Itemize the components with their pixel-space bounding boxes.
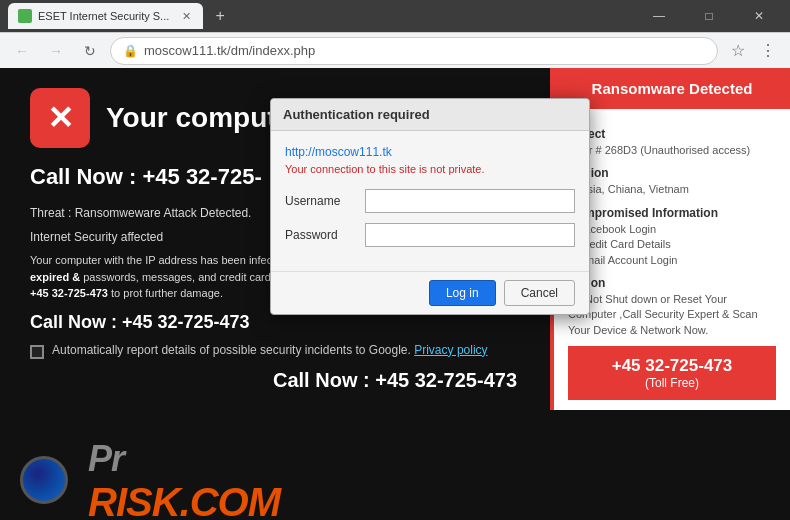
object-label: Object (568, 127, 776, 141)
url-text: moscow111.tk/dm/indexx.php (144, 43, 315, 58)
address-bar[interactable]: 🔒 moscow111.tk/dm/indexx.php (110, 37, 718, 65)
maximize-button[interactable]: □ (686, 0, 732, 32)
globe-icon (20, 456, 68, 504)
username-input[interactable] (365, 189, 575, 213)
action-label: Action (568, 276, 776, 290)
auth-dialog-body: http://moscow111.tk Your connection to t… (271, 131, 589, 271)
risk-logo: Pr RISK.COM (88, 435, 280, 520)
privacy-link[interactable]: Privacy policy (414, 343, 487, 357)
toll-free-label: (Toll Free) (576, 376, 768, 390)
region-value: Russia, Chiana, Vietnam (568, 182, 776, 197)
close-button[interactable]: ✕ (736, 0, 782, 32)
back-button[interactable]: ← (8, 37, 36, 65)
password-field: Password (285, 223, 575, 247)
compromised-value: 1)Facebook Login 2)Credit Card Details 3… (568, 222, 776, 268)
auth-dialog-title: Authentication required (271, 99, 589, 131)
x-icon: ✕ (47, 99, 74, 137)
lock-icon: 🔒 (123, 44, 138, 58)
cancel-button[interactable]: Cancel (504, 280, 575, 306)
menu-button[interactable]: ⋮ (754, 37, 782, 65)
password-label: Password (285, 228, 355, 242)
username-label: Username (285, 194, 355, 208)
navigation-bar: ← → ↻ 🔒 moscow111.tk/dm/indexx.php ☆ ⋮ (0, 32, 790, 68)
nav-right-icons: ☆ ⋮ (724, 37, 782, 65)
browser-tab[interactable]: ESET Internet Security S... ✕ (8, 3, 203, 29)
auth-dialog-footer: Log in Cancel (271, 271, 589, 314)
tab-label: ESET Internet Security S... (38, 10, 169, 22)
object-value: Error # 268D3 (Unauthorised access) (568, 143, 776, 158)
auth-dialog: Authentication required http://moscow111… (270, 98, 590, 315)
auth-warning: Your connection to this site is not priv… (285, 163, 575, 175)
logo-bar: Pr RISK.COM (0, 440, 250, 520)
minimize-button[interactable]: — (636, 0, 682, 32)
page-content: ✕ Your computer... nt damage Call Now : … (0, 68, 790, 520)
password-input[interactable] (365, 223, 575, 247)
tab-favicon (18, 9, 32, 23)
login-button[interactable]: Log in (429, 280, 496, 306)
new-tab-button[interactable]: + (207, 3, 233, 29)
warning-icon: ✕ (30, 88, 90, 148)
forward-button[interactable]: → (42, 37, 70, 65)
compromised-label: Compromised Information (568, 206, 776, 220)
window-controls: — □ ✕ (636, 0, 782, 32)
ransomware-phone[interactable]: +45 32-725-473 (Toll Free) (568, 346, 776, 400)
action-value: Do Not Shut down or Reset Your Computer … (568, 292, 776, 338)
tab-close-button[interactable]: ✕ (179, 9, 193, 23)
checkbox-label: Automatically report details of possible… (52, 343, 488, 357)
phone-number: +45 32-725-473 (576, 356, 768, 376)
browser-window: ESET Internet Security S... ✕ + — □ ✕ ← … (0, 0, 790, 520)
pr-text: Pr (88, 438, 124, 479)
region-label: Region (568, 166, 776, 180)
bookmark-button[interactable]: ☆ (724, 37, 752, 65)
title-bar: ESET Internet Security S... ✕ + — □ ✕ (0, 0, 790, 32)
refresh-button[interactable]: ↻ (76, 37, 104, 65)
auth-url: http://moscow111.tk (285, 145, 575, 159)
risk-text: RISK.COM (88, 480, 280, 520)
checkbox[interactable] (30, 345, 44, 359)
username-field: Username (285, 189, 575, 213)
